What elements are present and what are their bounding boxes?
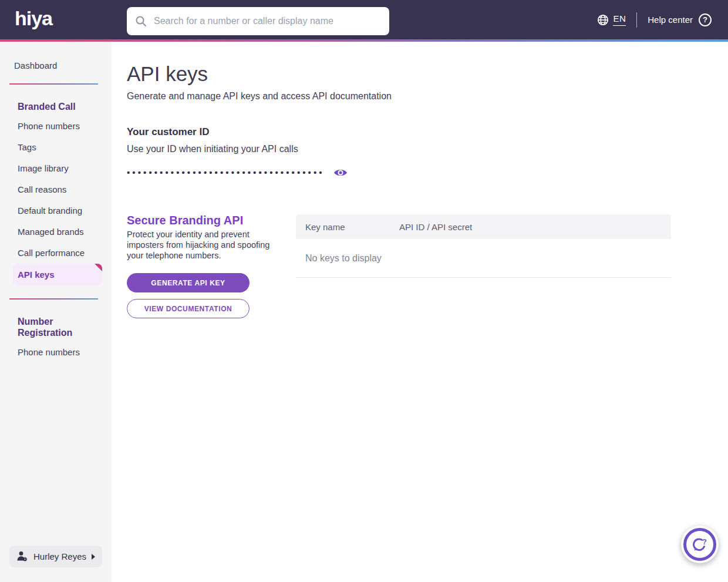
svg-text:?: ? [702,537,707,546]
navbar-gradient-accent [0,39,728,42]
navbar-separator [636,12,637,28]
generate-api-key-button[interactable]: GENERATE API KEY [127,273,250,292]
sidebar-section-branded-call: Branded Call [18,101,112,112]
sidebar-item-call-performance[interactable]: Call performance [13,243,102,264]
sidebar-divider [9,83,98,85]
secure-branding-description: Protect your identity and prevent impost… [127,229,275,261]
help-question-icon[interactable]: ? [699,14,712,26]
language-label[interactable]: EN [613,14,626,26]
top-navbar: hiya EN Help center [0,0,728,39]
chat-ring: ? [683,528,716,561]
chevron-right-icon [92,554,95,560]
help-chat-button[interactable]: ? [681,526,719,563]
sidebar-item-image-library[interactable]: Image library [13,158,102,179]
eye-icon [333,167,348,178]
secure-branding-heading: Secure Branding API [127,214,243,227]
customer-id-row: •••••••••••••••••••••••••••••••••••• [127,165,348,180]
api-keys-table: Key name API ID / API secret No keys to … [296,214,671,278]
sidebar: Dashboard Branded Call Phone numbers Tag… [0,42,112,582]
user-settings-icon [16,551,28,562]
customer-id-heading: Your customer ID [127,126,209,138]
table-header-row: Key name API ID / API secret [296,214,671,239]
customer-id-description: Use your ID when initiating your API cal… [127,144,298,154]
sidebar-item-call-reasons[interactable]: Call reasons [13,179,102,200]
column-header-key-name: Key name [296,222,399,232]
help-center-link[interactable]: Help center ? [648,14,712,26]
page: hiya EN Help center [0,0,728,582]
reveal-customer-id-button[interactable] [333,165,348,180]
search-icon [135,15,147,27]
sidebar-item-api-keys[interactable]: API keys [13,264,102,285]
user-name: Hurley Reyes [33,551,86,561]
sidebar-item-dashboard[interactable]: Dashboard [14,60,112,70]
sidebar-divider [9,298,98,300]
customer-id-masked-value: •••••••••••••••••••••••••••••••••••• [127,167,325,178]
chat-question-icon: ? [691,536,709,553]
search-input[interactable] [154,16,381,26]
sidebar-item-default-branding[interactable]: Default branding [13,200,102,221]
user-menu[interactable]: Hurley Reyes [9,546,102,567]
globe-icon [597,14,609,26]
view-documentation-button[interactable]: VIEW DOCUMENTATION [127,299,250,318]
sidebar-item-registration-phone-numbers[interactable]: Phone numbers [13,342,102,363]
hiya-logo[interactable]: hiya [15,7,52,30]
column-header-api-id-secret: API ID / API secret [399,222,472,232]
search-bar[interactable] [127,7,389,35]
navbar-right-cluster: EN Help center ? [597,0,712,39]
sidebar-item-tags[interactable]: Tags [13,137,102,158]
help-center-label: Help center [648,15,693,25]
sidebar-section-number-registration: Number Registration [18,316,82,338]
table-empty-message: No keys to display [296,239,671,278]
page-title: API keys [127,62,208,86]
sidebar-item-managed-brands[interactable]: Managed brands [13,221,102,243]
language-selector[interactable]: EN [597,14,626,26]
sidebar-item-phone-numbers[interactable]: Phone numbers [13,116,102,137]
page-subtitle: Generate and manage API keys and access … [127,91,392,102]
